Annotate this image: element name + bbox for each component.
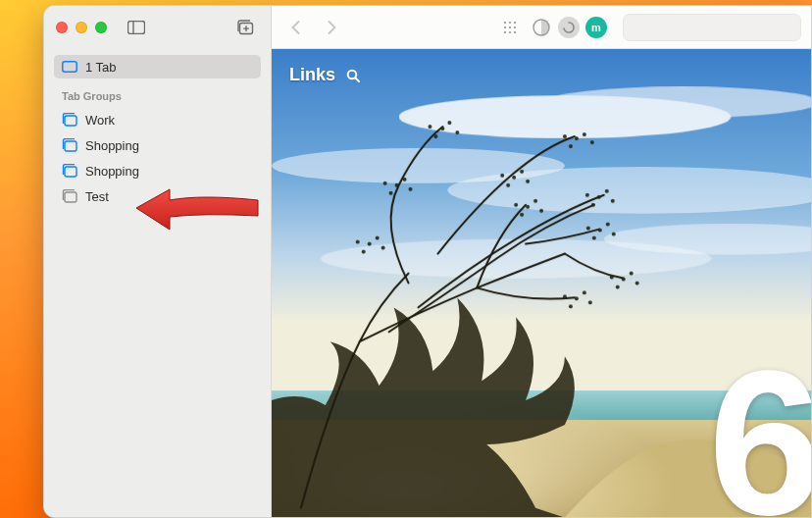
tab-group-work[interactable]: Work — [54, 108, 261, 131]
main-panel: m — [272, 6, 811, 517]
svg-point-12 — [514, 22, 516, 24]
svg-point-22 — [545, 86, 811, 118]
hero-glyph: 6 — [708, 340, 811, 517]
svg-point-53 — [612, 233, 616, 236]
tab-group-icon — [62, 137, 77, 153]
forward-button[interactable] — [317, 15, 346, 40]
privacy-report-button[interactable] — [531, 17, 552, 38]
svg-point-14 — [509, 26, 511, 28]
profile-avatar-initial: m — [591, 22, 601, 33]
svg-point-58 — [635, 282, 639, 285]
tab-group-label: Shopping — [85, 164, 139, 179]
svg-point-38 — [526, 180, 530, 183]
svg-point-39 — [500, 174, 504, 178]
svg-rect-8 — [65, 167, 76, 177]
svg-point-65 — [526, 205, 530, 209]
svg-point-60 — [575, 296, 579, 300]
svg-point-52 — [592, 236, 596, 240]
svg-point-76 — [376, 236, 380, 240]
svg-rect-0 — [128, 22, 145, 34]
window-minimize-button[interactable] — [76, 22, 87, 33]
svg-point-63 — [588, 300, 592, 304]
svg-point-41 — [583, 132, 586, 136]
tab-group-label: Shopping — [85, 138, 139, 153]
address-bar[interactable] — [623, 14, 801, 41]
svg-point-59 — [610, 276, 614, 280]
window-close-button[interactable] — [56, 22, 68, 33]
svg-point-71 — [403, 178, 407, 181]
safari-window: 1 Tab Tab Groups Work Shopping Shopping — [43, 5, 812, 518]
start-page-grid-button[interactable] — [495, 15, 525, 40]
svg-point-55 — [622, 278, 626, 282]
window-zoom-button[interactable] — [95, 22, 107, 33]
svg-point-54 — [586, 227, 590, 231]
links-menu[interactable]: Links — [289, 65, 361, 85]
svg-point-75 — [368, 242, 372, 246]
svg-point-30 — [440, 127, 444, 130]
svg-point-64 — [563, 294, 567, 298]
tab-group-icon — [62, 163, 77, 179]
svg-point-32 — [433, 134, 437, 138]
window-traffic-lights — [56, 22, 107, 33]
svg-point-49 — [585, 193, 589, 197]
svg-point-45 — [597, 195, 601, 199]
sidebar-section-label: Tab Groups — [54, 80, 261, 106]
svg-point-44 — [563, 134, 567, 138]
tab-group-test[interactable]: Test — [54, 184, 261, 208]
tab-icon — [62, 59, 77, 75]
svg-point-33 — [455, 130, 459, 134]
toggle-sidebar-button[interactable] — [123, 17, 150, 38]
svg-point-50 — [598, 229, 602, 233]
tab-group-icon — [62, 112, 77, 128]
svg-point-67 — [520, 213, 524, 217]
extensions-button[interactable] — [558, 17, 580, 38]
svg-point-36 — [520, 170, 524, 174]
svg-point-43 — [590, 140, 594, 144]
tab-group-shopping-1[interactable]: Shopping — [54, 133, 261, 157]
toolbar: m — [272, 6, 811, 49]
svg-point-72 — [389, 191, 393, 195]
links-label: Links — [289, 65, 335, 85]
tab-group-icon — [62, 188, 77, 204]
svg-point-70 — [395, 183, 399, 187]
svg-point-11 — [509, 22, 511, 24]
tab-group-shopping-2[interactable]: Shopping — [54, 159, 261, 182]
svg-rect-5 — [63, 62, 76, 72]
safari-sidebar: 1 Tab Tab Groups Work Shopping Shopping — [44, 6, 272, 517]
svg-point-15 — [514, 26, 516, 28]
svg-point-48 — [611, 199, 615, 203]
svg-point-31 — [447, 121, 451, 125]
svg-point-16 — [504, 31, 506, 33]
svg-point-40 — [575, 136, 579, 140]
svg-point-46 — [605, 189, 609, 193]
svg-point-47 — [591, 203, 595, 207]
svg-point-18 — [514, 31, 516, 33]
profile-avatar[interactable]: m — [585, 17, 607, 38]
svg-point-57 — [616, 285, 620, 288]
new-tab-group-button[interactable] — [231, 17, 259, 38]
back-button[interactable] — [281, 15, 311, 40]
svg-point-34 — [428, 125, 431, 129]
svg-rect-7 — [65, 141, 76, 151]
svg-point-62 — [569, 304, 573, 308]
svg-point-78 — [381, 246, 385, 250]
svg-rect-6 — [65, 116, 76, 126]
svg-point-69 — [514, 203, 518, 207]
svg-line-81 — [356, 78, 360, 81]
svg-point-37 — [506, 183, 510, 187]
svg-point-73 — [408, 187, 412, 191]
svg-point-77 — [362, 250, 366, 254]
svg-point-13 — [504, 26, 506, 28]
sidebar-current-tab-row[interactable]: 1 Tab — [54, 55, 261, 78]
sidebar-titlebar — [44, 6, 271, 49]
page-content: Links 6 — [272, 49, 811, 517]
svg-point-42 — [569, 144, 573, 148]
search-icon[interactable] — [345, 68, 361, 83]
svg-point-61 — [583, 290, 586, 294]
svg-point-68 — [539, 209, 543, 213]
svg-point-56 — [630, 272, 634, 276]
tab-group-label: Test — [85, 189, 109, 204]
sidebar-current-tab-label: 1 Tab — [85, 60, 117, 75]
svg-point-74 — [383, 181, 387, 185]
tab-group-label: Work — [85, 113, 115, 128]
